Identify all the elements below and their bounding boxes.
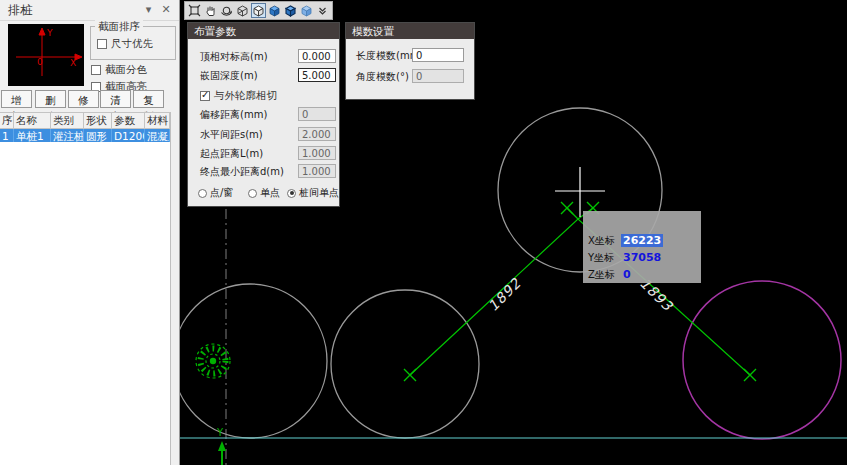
section-preview: Y X 0 <box>8 24 84 86</box>
checkbox-box[interactable] <box>97 39 107 49</box>
section-sort-group: 截面排序 尺寸优先 <box>90 26 176 60</box>
shaded-edges-box-icon[interactable] <box>283 3 298 18</box>
pile-circle-mid[interactable] <box>331 290 479 438</box>
z-coordinate-value[interactable]: 0 <box>621 268 633 281</box>
col-header-name: 名称 <box>14 113 51 128</box>
pile-section-symbol <box>196 344 230 378</box>
hidden-line-box-icon[interactable] <box>251 3 266 18</box>
cell-type: 灌注桩 <box>51 129 84 143</box>
checkbox-size-priority[interactable]: 尺寸优先 <box>97 37 153 51</box>
field-label-offset: 偏移距离(mm) <box>200 108 267 122</box>
cell-param: D1200 <box>112 129 145 143</box>
zoom-extents-icon[interactable] <box>187 3 202 18</box>
layout-params-panel: 布置参数 顶相对标高(m) 0.000 嵌固深度(m) 5.000 与外轮廓相切… <box>187 22 340 207</box>
field-label-embed-depth: 嵌固深度(m) <box>200 69 258 83</box>
point-markers <box>404 202 756 381</box>
radio-dot <box>198 189 207 198</box>
wireframe-box-icon[interactable] <box>235 3 250 18</box>
radio-label: 单点 <box>260 186 280 200</box>
checkbox-label: 与外轮廓相切 <box>214 89 277 103</box>
col-header-param: 参数 <box>112 113 145 128</box>
preview-origin-label: 0 <box>37 57 43 67</box>
realistic-box-icon[interactable] <box>299 3 314 18</box>
y-coordinate-value[interactable]: 37058 <box>621 251 663 264</box>
cell-name: 单桩1 <box>14 129 51 143</box>
checkbox-box[interactable] <box>91 65 101 75</box>
col-header-type: 类别 <box>51 113 84 128</box>
shaded-box-icon[interactable] <box>267 3 282 18</box>
pile-table: 序. 名称 类别 形状 参数 材料 1 单桩1 灌注桩 圆形 D1200 混凝土 <box>0 112 171 144</box>
radio-label: 桩间单点 <box>299 186 339 200</box>
pile-circle-left[interactable] <box>180 284 327 438</box>
ucs-y-axis: Y <box>216 427 226 465</box>
field-label-start-distance: 起点距离L(m) <box>200 147 263 161</box>
preview-y-label: Y <box>46 28 53 38</box>
panel-title: 排桩 <box>0 3 32 17</box>
col-header-material: 材料 <box>145 113 170 128</box>
close-icon[interactable]: ✕ <box>159 0 173 20</box>
module-settings-title[interactable]: 模数设置 <box>346 23 474 39</box>
cell-material: 混凝土 <box>145 129 170 143</box>
pile-arrangement-panel: 排桩 ▾ ✕ Y X 0 截面排序 尺寸优先 截面分色 截 <box>0 0 180 465</box>
col-header-shape: 形状 <box>84 113 112 128</box>
add-button[interactable]: 增加 <box>1 90 32 108</box>
input-angle-module[interactable]: 0 <box>412 69 464 83</box>
delete-button[interactable]: 删除 <box>35 90 66 108</box>
orbit-icon[interactable] <box>219 3 234 18</box>
checkbox-section-color[interactable]: 截面分色 <box>91 63 147 77</box>
module-settings-panel: 模数设置 长度模数(mm) 0 角度模数(°) 0 <box>345 22 475 100</box>
modify-button[interactable]: 修改 <box>68 90 99 108</box>
radio-between-piles[interactable]: 桩间单点 <box>287 186 339 200</box>
field-label-top-elevation: 顶相对标高(m) <box>200 50 268 64</box>
x-coordinate-value[interactable]: 26223 <box>621 234 663 247</box>
table-empty-area[interactable] <box>0 142 171 465</box>
radio-dot <box>287 189 296 198</box>
pan-icon[interactable] <box>203 3 218 18</box>
dim-label-left: 1892 <box>485 275 524 314</box>
radio-point-window[interactable]: 点/窗 <box>198 186 233 200</box>
radio-dot <box>248 189 257 198</box>
checkbox-label: 截面分色 <box>105 63 147 77</box>
preview-x-label: X <box>70 58 76 68</box>
radio-label: 点/窗 <box>210 186 233 200</box>
input-offset[interactable]: 0 <box>298 107 336 121</box>
layout-params-title[interactable]: 布置参数 <box>188 23 339 39</box>
viewport-toolbar <box>184 1 333 20</box>
input-horizontal-spacing[interactable]: 2.000 <box>298 127 336 141</box>
input-end-min-distance[interactable]: 1.000 <box>298 164 336 178</box>
cell-index: 1 <box>0 129 14 143</box>
table-buttons: 增加 删除 修改 清空 复制 <box>0 90 180 109</box>
input-embed-depth[interactable]: 5.000 <box>298 68 336 82</box>
field-label-angle-module: 角度模数(°) <box>356 70 409 84</box>
table-header-row: 序. 名称 类别 形状 参数 材料 <box>0 112 170 129</box>
radio-single-point[interactable]: 单点 <box>248 186 280 200</box>
more-chevron-icon[interactable] <box>315 3 330 18</box>
coordinate-tooltip: X坐标 26223 Y坐标 37058 Z坐标 0 <box>583 211 701 283</box>
panel-titlebar: 排桩 ▾ ✕ <box>0 0 179 21</box>
input-start-distance[interactable]: 1.000 <box>298 146 336 160</box>
section-sort-label: 截面排序 <box>95 20 143 34</box>
z-coordinate-label: Z坐标 <box>588 268 621 282</box>
checkbox-box[interactable] <box>200 91 210 101</box>
copy-button[interactable]: 复制 <box>133 90 164 108</box>
input-length-module[interactable]: 0 <box>412 48 464 62</box>
input-top-elevation[interactable]: 0.000 <box>298 49 336 63</box>
crosshair-cursor <box>555 167 605 217</box>
collapse-icon[interactable]: ▾ <box>142 0 156 20</box>
col-header-index: 序. <box>0 113 14 128</box>
ucs-y-label: Y <box>216 427 224 438</box>
checkbox-tangent-outline[interactable]: 与外轮廓相切 <box>200 89 277 103</box>
checkbox-label: 尺寸优先 <box>111 37 153 51</box>
pile-circle-magenta[interactable] <box>683 281 841 439</box>
y-coordinate-label: Y坐标 <box>588 251 621 265</box>
x-coordinate-label: X坐标 <box>588 234 621 248</box>
clear-button[interactable]: 清空 <box>100 90 131 108</box>
cell-shape: 圆形 <box>84 129 112 143</box>
field-label-horizontal-spacing: 水平间距s(m) <box>200 128 263 142</box>
cad-viewport[interactable]: Y 1892 1893 <box>180 0 847 465</box>
field-label-end-min-distance: 终点最小距离d(m) <box>200 165 284 179</box>
